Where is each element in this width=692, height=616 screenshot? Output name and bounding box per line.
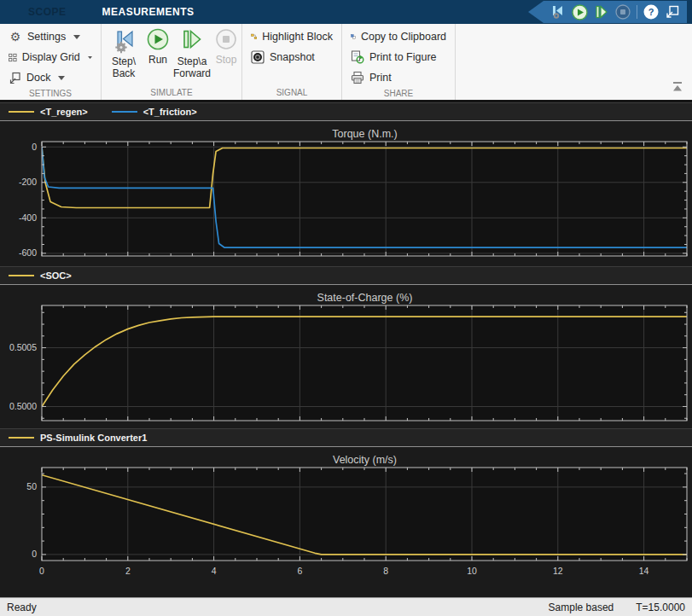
y-axis-tick-label: 0.5005 [9,342,37,352]
titlebar: SCOPE MEASUREMENTS [0,0,692,24]
torque-plot-canvas[interactable]: 0-200-400-600 [0,140,692,266]
step-forward-icon[interactable] [594,4,609,20]
step-back-button[interactable]: Step\ Back [107,26,141,80]
step-back-label-line1: Step\ [112,55,136,67]
soc-plot-canvas[interactable]: 0.50050.5000 [0,304,692,428]
plot-title-soc: State-of-Charge (%) [19,285,692,304]
group-label-settings: SETTINGS [5,88,96,101]
legend-item[interactable]: <SOC> [9,270,72,281]
run-button[interactable]: Run [141,26,175,66]
legend-line-swatch [9,275,34,276]
legend-line-swatch [9,111,34,113]
print-button[interactable]: Print [347,67,450,88]
display-grid-label: Display Grid [22,51,80,63]
y-axis-tick-label: 50 [26,481,37,491]
group-label-signal: SIGNAL [247,87,336,100]
step-forward-icon [179,28,205,54]
x-axis-tick-label: 2 [125,566,131,576]
torque-n-m-plot-svg: 0-200-400-600 [0,140,692,266]
dock-button[interactable]: Dock [5,67,96,88]
dock-small-icon [9,72,21,84]
display-grid-button[interactable]: Display Grid [5,47,96,67]
collapse-toolstrip-button[interactable] [672,79,683,95]
snapshot-label: Snapshot [270,51,315,63]
quick-access-toolbar: ? [528,1,687,23]
snapshot-button[interactable]: Snapshot [247,47,336,67]
stop-icon [615,4,631,20]
y-axis-tick-label: -400 [19,212,37,223]
velocity-plot-canvas[interactable]: 50002468101214 [0,466,692,580]
x-axis-tick-label: 12 [553,566,563,576]
toolstrip-empty-space [455,24,692,100]
help-icon[interactable]: ? [643,4,659,20]
svg-text:?: ? [648,7,654,17]
group-share: Copy to Clipboard Print to Figure [341,24,455,100]
legend-item[interactable]: <T_regen> [9,107,88,117]
run-icon[interactable] [572,4,588,20]
x-axis-tick-label: 8 [383,566,388,576]
legend-label: <T_friction> [143,107,197,117]
tab-measurements[interactable]: MEASUREMENTS [84,0,212,24]
x-axis-tick-label: 14 [639,566,649,576]
highlight-block-button[interactable]: Highlight Block [247,26,336,47]
gear-icon: ⚙ [9,30,22,44]
legend-item[interactable]: <T_friction> [112,107,197,117]
plot-title-velocity: Velocity (m/s) [19,447,692,466]
step-back-icon[interactable] [550,4,566,20]
legend-label: <SOC> [40,270,72,281]
step-forward-label-line1: Step\a [177,55,207,67]
print-icon [351,71,364,84]
chevron-down-icon [88,55,92,60]
y-axis-tick-label: 0 [32,549,37,559]
highlight-block-icon [251,30,257,44]
x-axis-tick-label: 0 [39,566,44,576]
y-axis-tick-label: 0 [32,142,37,152]
print-to-figure-button[interactable]: Print to Figure [347,47,450,67]
statusbar: Ready Sample based T=15.0000 [0,597,692,616]
collapse-ribbon-icon [672,82,683,91]
print-to-figure-label: Print to Figure [369,51,437,63]
print-label: Print [369,72,392,84]
tab-scope[interactable]: SCOPE [10,0,84,24]
grid-icon [9,51,17,64]
settings-label: Settings [27,31,66,43]
dock-icon[interactable] [665,4,680,20]
stop-label: Stop [216,54,237,66]
snapshot-icon [251,50,265,64]
legend-item[interactable]: PS-Simulink Converter1 [9,433,147,443]
scope-display-velocity: PS-Simulink Converter1 Velocity (m/s) 50… [0,428,692,597]
step-back-label-line2: Back [113,67,136,79]
dock-label: Dock [26,72,50,84]
run-label: Run [148,54,167,66]
copy-to-clipboard-button[interactable]: Copy to Clipboard [347,26,450,47]
chevron-down-icon [58,76,65,80]
settings-button[interactable]: ⚙ Settings [5,26,96,47]
scope-canvas-area: <T_regen><T_friction> Torque (N.m.) 0-20… [0,102,692,597]
scope-display-torque: <T_regen><T_friction> Torque (N.m.) 0-20… [0,102,692,266]
step-back-icon [111,28,137,54]
legend-label: PS-Simulink Converter1 [40,433,147,443]
step-forward-label-line2: Forward [173,67,211,79]
group-signal: Highlight Block Snapshot SIGNAL [241,24,341,100]
legend-bar-torque: <T_regen><T_friction> [0,102,692,121]
state-of-charge-plot-svg: 0.50050.5000 [0,304,692,428]
status-sample-mode: Sample based [549,601,614,613]
step-forward-button[interactable]: Step\a Forward [175,26,209,80]
stop-icon [214,28,238,52]
run-icon [146,28,170,52]
copy-to-clipboard-icon [351,30,356,44]
legend-line-swatch [112,111,137,113]
copy-to-clipboard-label: Copy to Clipboard [361,31,446,43]
highlight-block-label: Highlight Block [262,31,333,43]
group-label-simulate: SIMULATE [107,87,236,100]
legend-line-swatch [9,437,34,439]
legend-bar-velocity: PS-Simulink Converter1 [0,428,692,447]
x-axis-tick-label: 6 [297,566,302,576]
qat-separator [637,5,637,19]
y-axis-tick-label: -600 [19,247,37,258]
scope-display-soc: <SOC> State-of-Charge (%) 0.50050.5000 [0,266,692,428]
y-axis-tick-label: 0.5000 [9,401,37,411]
stop-button: Stop [209,26,243,66]
group-simulate: Step\ Back Run Step\a [101,24,241,100]
y-axis-tick-label: -200 [19,177,37,187]
